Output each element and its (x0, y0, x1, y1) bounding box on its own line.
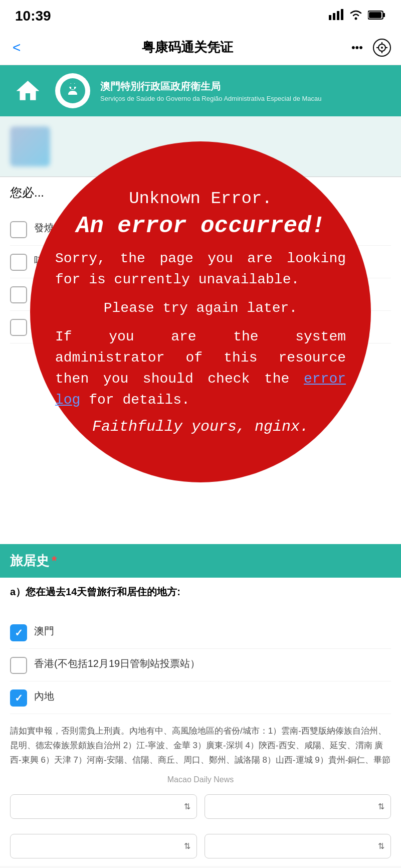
nav-bar: < 粤康码通关凭证 ••• (0, 30, 401, 65)
org-logo (55, 73, 90, 108)
svg-rect-0 (329, 15, 331, 20)
main-content: 您必... 發燒 咳嗽及其他呼吸道症狀 沒有以上症狀 否 Unknown Err… (0, 116, 401, 866)
error-body-line1: Sorry, the page you are looking for is c… (55, 248, 346, 290)
org-name-block: 澳門特別行政區政府衛生局 Serviços de Saúde do Govern… (100, 80, 322, 102)
more-options-button[interactable]: ••• (351, 41, 363, 54)
svg-point-4 (355, 18, 357, 20)
symptom-checkbox-2[interactable] (10, 254, 27, 271)
travel-text-mainland: 內地 (34, 688, 54, 704)
svg-rect-3 (341, 9, 343, 20)
wifi-icon (349, 9, 363, 23)
back-button[interactable]: < (10, 37, 23, 58)
nav-title: 粤康码通关凭证 (142, 39, 233, 56)
select-row-1: ⇅ ⇅ (0, 787, 401, 826)
travel-option-mainland: 內地 (10, 681, 391, 714)
svg-rect-6 (383, 13, 385, 17)
select-arrow-3: ⇅ (184, 841, 190, 851)
error-overlay: Unknown Error. An error occurred! Sorry,… (30, 141, 371, 482)
svg-rect-17 (69, 84, 77, 87)
org-name-cn: 澳門特別行政區政府衛生局 (100, 80, 322, 93)
home-icon[interactable] (10, 76, 45, 106)
error-body-line3: If you are the system administrator of t… (55, 326, 346, 411)
profile-photo (10, 126, 50, 166)
status-bar: 10:39 (0, 0, 401, 30)
select-row-2: ⇅ ⇅ (0, 826, 401, 866)
error-title: Unknown Error. (129, 189, 272, 208)
select-province-1[interactable]: ⇅ (10, 794, 197, 819)
nav-actions: ••• (351, 39, 391, 57)
select-arrow-1: ⇅ (184, 802, 190, 811)
travel-options: 澳門 香港(不包括12月19日管制站投票站） 內地 (0, 611, 401, 719)
travel-title: 旅居史* (10, 553, 57, 568)
travel-checkbox-macau[interactable] (10, 624, 27, 641)
travel-history-section: 旅居史* (0, 544, 401, 578)
header-banner: 澳門特別行政區政府衛生局 Serviços de Saúde do Govern… (0, 65, 401, 116)
error-body-line2: Please try again later. (104, 298, 297, 319)
status-time: 10:39 (15, 8, 51, 24)
error-heading: An error occurred! (76, 213, 325, 239)
watermark: Macao Daily News (0, 773, 401, 787)
signal-icon (329, 9, 344, 23)
error-signature: Faithfully yours, nginx. (92, 418, 309, 435)
select-city-1[interactable]: ⇅ (205, 794, 391, 819)
svg-rect-7 (369, 12, 381, 18)
status-icons (329, 9, 386, 23)
svg-rect-1 (333, 13, 335, 20)
select-city-2[interactable]: ⇅ (205, 834, 391, 858)
select-arrow-2: ⇅ (378, 802, 384, 811)
select-arrow-4: ⇅ (378, 841, 384, 851)
travel-question-text: a）您在過去14天曾旅行和居住的地方: (10, 585, 391, 599)
svg-rect-2 (337, 11, 339, 20)
scan-button[interactable] (373, 39, 391, 57)
notice-text: 請如實申報，否則需負上刑責。內地有中、高風險地區的省份/城市：1）雲南-西雙版納… (0, 719, 401, 773)
symptom-checkbox-3[interactable] (10, 286, 27, 303)
travel-option-macau: 澳門 (10, 616, 391, 649)
org-name-pt: Serviços de Saúde do Governo da Região A… (100, 95, 322, 102)
travel-text-hk: 香港(不包括12月19日管制站投票站） (34, 656, 200, 671)
travel-text-macau: 澳門 (34, 623, 54, 638)
battery-icon (368, 10, 386, 22)
select-province-2[interactable]: ⇅ (10, 834, 197, 858)
symptom-checkbox-no[interactable] (10, 319, 27, 336)
travel-question: a）您在過去14天曾旅行和居住的地方: (0, 578, 401, 611)
travel-option-hk: 香港(不包括12月19日管制站投票站） (10, 649, 391, 681)
travel-checkbox-mainland[interactable] (10, 689, 27, 707)
footer-brand: 头条 @澳門日報 (0, 866, 401, 868)
symptom-checkbox-1[interactable] (10, 221, 27, 238)
travel-checkbox-hk[interactable] (10, 657, 27, 674)
svg-point-9 (381, 47, 383, 49)
